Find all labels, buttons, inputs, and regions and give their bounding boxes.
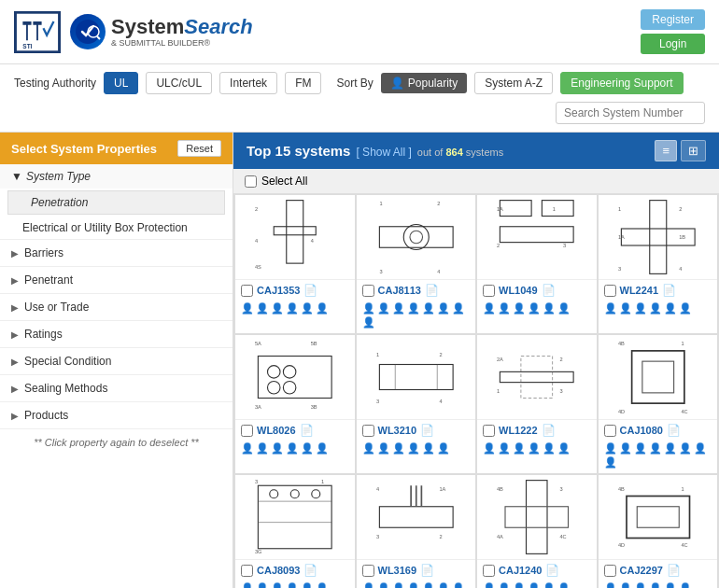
reset-button[interactable]: Reset (177, 140, 221, 157)
pdf-icon-caj1240[interactable]: 📄 (545, 564, 559, 577)
pdf-icon-wl1222[interactable]: 📄 (542, 424, 556, 437)
person-icons-caj1080: 👤👤👤👤👤👤👤👤 (599, 441, 718, 473)
sidebar-item-products[interactable]: ▶Products (0, 402, 233, 429)
select-all-checkbox[interactable] (245, 175, 257, 188)
system-thumbnail-caj8113[interactable]: 1 2 3 4 (357, 195, 476, 279)
system-thumbnail-caj2297[interactable]: 4B 1 4D 4C (599, 475, 718, 559)
system-checkbox-caj1353[interactable] (241, 285, 253, 297)
svg-rect-84 (627, 497, 690, 539)
person-icon: 👤 (362, 316, 375, 329)
svg-text:4D: 4D (618, 542, 625, 548)
system-checkbox-wl3169[interactable] (362, 565, 374, 577)
sidebar-item-special-condition[interactable]: ▶Special Condition (0, 348, 233, 375)
system-checkbox-caj8093[interactable] (241, 565, 253, 577)
down-arrow-icon: ▼ (11, 170, 22, 183)
ul-button[interactable]: UL (104, 72, 138, 94)
svg-rect-42 (379, 365, 453, 390)
system-id-caj8093[interactable]: CAJ8093 (257, 565, 300, 576)
system-thumbnail-caj1080[interactable]: 4B 1 4D 4C (599, 335, 718, 419)
person-icon: 👤 (619, 442, 632, 455)
system-thumbnail-wl3210[interactable]: 1 2 3 4 (357, 335, 476, 419)
list-view-button[interactable]: ≡ (655, 140, 677, 161)
sidebar-item-barriers[interactable]: ▶Barriers (0, 240, 233, 267)
system-checkbox-wl1049[interactable] (483, 285, 495, 297)
sidebar-item-ratings[interactable]: ▶Ratings (0, 321, 233, 348)
system-checkbox-caj1080[interactable] (604, 425, 616, 437)
header: STI SystemSearch & SUBMITTAL BUILDER® Re… (0, 0, 719, 64)
pdf-icon-wl2241[interactable]: 📄 (662, 284, 676, 297)
penetration-item[interactable]: Penetration (7, 190, 225, 215)
person-icon: 👤 (679, 442, 692, 455)
svg-text:2: 2 (255, 206, 258, 212)
system-thumbnail-wl1049[interactable]: 1A 1 2 3 (477, 195, 597, 279)
sidebar-item-penetrant[interactable]: ▶Penetrant (0, 267, 233, 294)
intertek-button[interactable]: Intertek (219, 72, 277, 94)
system-card-wl1049: 1A 1 2 3 WL1049 📄 👤👤👤👤👤👤 (477, 195, 597, 333)
system-checkbox-caj2297[interactable] (604, 565, 616, 577)
system-az-button[interactable]: System A-Z (474, 72, 553, 94)
grid-view-button[interactable]: ⊞ (681, 140, 706, 161)
register-button[interactable]: Register (641, 9, 705, 30)
search-input[interactable] (556, 102, 705, 124)
ulc-button[interactable]: ULC/cUL (146, 72, 212, 94)
svg-point-64 (270, 490, 278, 498)
pdf-icon-caj2297[interactable]: 📄 (667, 564, 681, 577)
system-thumbnail-wl1222[interactable]: 2A 2 1 3 (477, 335, 597, 419)
system-checkbox-wl1222[interactable] (483, 425, 495, 437)
system-id-wl8026[interactable]: WL8026 (257, 425, 296, 436)
system-id-caj1353[interactable]: CAJ1353 (257, 285, 300, 296)
system-thumbnail-wl3169[interactable]: 4 1A 3 2 (357, 475, 476, 559)
system-checkbox-wl2241[interactable] (604, 285, 616, 297)
person-icon: 👤 (619, 582, 632, 588)
sidebar-item-use-or-trade[interactable]: ▶Use or Trade (0, 294, 233, 321)
system-id-caj1080[interactable]: CAJ1080 (620, 425, 663, 436)
svg-text:5A: 5A (255, 341, 261, 346)
system-id-wl2241[interactable]: WL2241 (620, 285, 659, 296)
system-checkbox-caj1240[interactable] (483, 565, 495, 577)
svg-text:4B: 4B (618, 486, 625, 492)
sidebar-note: ** Click property again to deselect ** (0, 429, 233, 455)
system-checkbox-wl8026[interactable] (241, 425, 253, 437)
pdf-icon-caj8113[interactable]: 📄 (425, 284, 439, 297)
login-button[interactable]: Login (641, 34, 705, 54)
person-icon: 👤 (649, 442, 662, 455)
system-id-wl1049[interactable]: WL1049 (499, 285, 538, 296)
person-icon: 👤 (362, 302, 375, 315)
fm-button[interactable]: FM (285, 72, 321, 94)
show-all-link[interactable]: [ Show All ] (356, 146, 411, 159)
system-id-caj1240[interactable]: CAJ1240 (499, 565, 542, 576)
system-id-wl3169[interactable]: WL3169 (378, 565, 417, 576)
pdf-icon-wl8026[interactable]: 📄 (300, 424, 314, 437)
system-id-caj2297[interactable]: CAJ2297 (620, 565, 663, 576)
system-id-caj8113[interactable]: CAJ8113 (378, 285, 421, 296)
pdf-icon-wl3169[interactable]: 📄 (420, 564, 434, 577)
system-id-wl3210[interactable]: WL3210 (378, 425, 417, 436)
system-thumbnail-caj1353[interactable]: 2 4 4S 4 (235, 195, 355, 279)
system-thumbnail-caj1240[interactable]: 4B 3 4A 4C (477, 475, 597, 559)
svg-text:2: 2 (439, 534, 442, 539)
engineering-support-button[interactable]: Engineering Support (560, 72, 683, 94)
system-checkbox-caj8113[interactable] (362, 285, 374, 297)
popularity-button[interactable]: 👤 Popularity (381, 73, 467, 93)
pdf-icon-wl3210[interactable]: 📄 (420, 424, 434, 437)
system-info-wl3169: WL3169 📄 (357, 559, 476, 581)
svg-text:3: 3 (376, 399, 379, 404)
pdf-icon-wl1049[interactable]: 📄 (542, 284, 556, 297)
svg-text:4: 4 (679, 266, 682, 272)
svg-rect-70 (379, 507, 453, 528)
system-checkbox-wl3210[interactable] (362, 425, 374, 437)
pdf-icon-caj1080[interactable]: 📄 (667, 424, 681, 437)
sidebar-item-sealing-methods[interactable]: ▶Sealing Methods (0, 375, 233, 402)
system-thumbnail-caj8093[interactable]: 3 1 3G (235, 475, 355, 559)
svg-text:1: 1 (497, 388, 500, 394)
pdf-icon-caj8093[interactable]: 📄 (303, 564, 317, 577)
logo-area: STI SystemSearch & SUBMITTAL BUILDER® (14, 11, 253, 53)
system-id-wl1222[interactable]: WL1222 (499, 425, 538, 436)
pdf-icon-caj1353[interactable]: 📄 (303, 284, 317, 297)
system-thumbnail-wl2241[interactable]: 1 2 3 4 1A 1B (599, 195, 718, 279)
person-icon: 👤 (634, 442, 647, 455)
svg-text:4B: 4B (618, 341, 625, 346)
system-type-item[interactable]: ▼ System Type (0, 164, 233, 189)
electrical-item[interactable]: Electrical or Utility Box Protection (0, 217, 233, 239)
system-thumbnail-wl8026[interactable]: 5A 5B 3A 3B (235, 335, 355, 419)
